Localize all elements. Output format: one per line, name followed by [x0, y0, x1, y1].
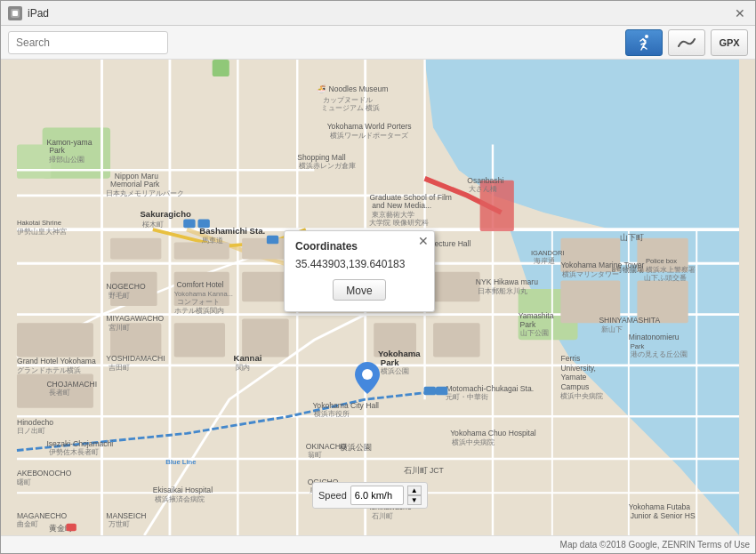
svg-text:横浜市役所: 横浜市役所 — [314, 410, 350, 418]
status-text: Map data ©2018 Google, ZENRIN Terms of U… — [560, 540, 750, 550]
search-input[interactable] — [8, 31, 168, 54]
svg-text:元町・中華街: 元町・中華街 — [446, 393, 488, 401]
svg-text:ミュージアム 横浜: ミュージアム 横浜 — [321, 104, 380, 112]
window-title: iPad — [28, 7, 49, 20]
svg-text:MIYAGAWACHO: MIYAGAWACHO — [106, 314, 164, 323]
svg-rect-36 — [242, 318, 289, 357]
svg-text:掃部山公園: 掃部山公園 — [49, 156, 84, 164]
map-container[interactable]: Kamon-yama Park 掃部山公園 Nippon Maru Memori… — [1, 60, 755, 535]
svg-rect-156 — [66, 524, 76, 532]
svg-text:and New Media...: and New Media... — [372, 201, 431, 210]
svg-text:Yokohama Futaba: Yokohama Futaba — [629, 502, 691, 511]
svg-text:NYK Hikawa maru: NYK Hikawa maru — [476, 277, 538, 286]
title-bar-left: iPad — [8, 6, 49, 20]
svg-rect-27 — [110, 238, 161, 260]
svg-text:Blue Line: Blue Line — [165, 458, 196, 466]
svg-text:ホテル横浜関内: ホテル横浜関内 — [174, 307, 224, 315]
close-button[interactable]: ✕ — [732, 5, 748, 21]
svg-text:曲金町: 曲金町 — [17, 520, 38, 528]
popup-title: Coordinates — [295, 240, 423, 253]
svg-text:Osanbashi: Osanbashi — [467, 176, 503, 185]
speed-label: Speed — [318, 490, 347, 501]
svg-text:桜木町: 桜木町 — [142, 221, 164, 229]
svg-text:海岸通: 海岸通 — [534, 257, 555, 265]
svg-text:山下町: 山下町 — [620, 233, 644, 242]
svg-text:山下ふ頭交番: 山下ふ頭交番 — [644, 274, 687, 282]
chart-button[interactable] — [668, 29, 705, 56]
svg-text:YOSHIDAMACHI: YOSHIDAMACHI — [106, 354, 165, 363]
svg-text:長者町: 長者町 — [49, 389, 70, 397]
svg-text:University,: University, — [560, 364, 595, 373]
svg-rect-35 — [174, 323, 225, 357]
svg-text:伊勢佐木長者町: 伊勢佐木長者町 — [49, 448, 99, 456]
svg-text:新山下: 新山下 — [601, 325, 623, 333]
svg-text:Grand Hotel Yokohama: Grand Hotel Yokohama — [17, 357, 96, 365]
svg-text:カップヌードル: カップヌードル — [323, 96, 373, 104]
gpx-button[interactable]: GPX — [711, 29, 748, 56]
svg-text:港の見える丘公園: 港の見える丘公園 — [631, 350, 688, 358]
speed-input[interactable] — [350, 486, 404, 505]
svg-text:日本丸メモリアルパーク: 日本丸メモリアルパーク — [106, 189, 184, 197]
svg-text:翁町: 翁町 — [308, 451, 322, 459]
svg-rect-1 — [12, 11, 18, 16]
svg-text:Junior & Senior HS: Junior & Senior HS — [631, 511, 696, 520]
svg-text:Kannai: Kannai — [234, 353, 262, 363]
map-pin[interactable] — [355, 362, 380, 397]
svg-text:日ノ出町: 日ノ出町 — [17, 427, 45, 435]
svg-text:横浜中央病院: 横浜中央病院 — [560, 392, 603, 400]
speed-up-button[interactable]: ▲ — [407, 486, 422, 495]
svg-text:伊勢山皇大神宮: 伊勢山皇大神宮 — [17, 228, 67, 236]
svg-text:コンフォート: コンフォート — [177, 298, 220, 306]
status-bar: Map data ©2018 Google, ZENRIN Terms of U… — [1, 535, 755, 553]
svg-text:Ferris: Ferris — [560, 354, 580, 363]
svg-text:横浜中央病院: 横浜中央病院 — [452, 438, 495, 446]
svg-text:東京藝術大学: 東京藝術大学 — [372, 211, 414, 219]
svg-text:Yokohama Kanna...: Yokohama Kanna... — [174, 290, 233, 298]
svg-text:Kamon-yama: Kamon-yama — [46, 138, 92, 147]
svg-text:Park: Park — [49, 146, 65, 155]
svg-text:Minatonomieru: Minatonomieru — [629, 333, 680, 341]
svg-text:Isezaki-Chojamachi: Isezaki-Chojamachi — [46, 439, 113, 448]
svg-text:横浜赤レンガ倉庫: 横浜赤レンガ倉庫 — [299, 162, 356, 170]
svg-text:馬車道: 馬車道 — [201, 237, 223, 245]
svg-text:Yamashita: Yamashita — [519, 311, 554, 320]
toolbar: GPX — [1, 26, 755, 60]
app-window: iPad ✕ GPX — [0, 0, 756, 554]
svg-rect-38 — [433, 272, 480, 301]
svg-text:大さん橋: 大さん橋 — [469, 185, 497, 193]
svg-text:MANSEICH: MANSEICH — [106, 511, 146, 520]
svg-text:横浜公園: 横浜公園 — [340, 443, 372, 452]
svg-text:山下公園: 山下公園 — [520, 329, 549, 337]
svg-text:石川町: 石川町 — [372, 512, 393, 520]
svg-text:横浜ワールドポーターズ: 横浜ワールドポーターズ — [330, 132, 409, 140]
svg-text:8号物揚場: 8号物揚場 — [612, 266, 644, 274]
svg-text:吉田町: 吉田町 — [109, 364, 130, 372]
svg-text:Shopping Mall: Shopping Mall — [297, 153, 345, 162]
svg-text:CHOJAMACHI: CHOJAMACHI — [46, 380, 97, 389]
svg-text:Comfort Hotel: Comfort Hotel — [177, 280, 224, 289]
svg-text:SHINYAMASHITA: SHINYAMASHITA — [599, 316, 660, 325]
svg-text:MAGANECHO: MAGANECHO — [17, 511, 68, 520]
svg-text:曙町: 曙町 — [17, 478, 31, 486]
svg-text:宮川町: 宮川町 — [109, 324, 130, 332]
svg-rect-40 — [433, 323, 480, 357]
svg-rect-29 — [242, 238, 289, 260]
speed-down-button[interactable]: ▼ — [407, 495, 422, 505]
svg-text:グランドホテル横浜: グランドホテル横浜 — [17, 366, 81, 374]
svg-text:大学院 映像研究科: 大学院 映像研究科 — [369, 219, 428, 227]
svg-text:Yamate: Yamate — [560, 373, 586, 381]
svg-text:Park: Park — [381, 357, 399, 367]
coordinate-popup: ✕ Coordinates 35.443903,139.640183 Move — [284, 230, 435, 312]
svg-text:Yokohama World Porters: Yokohama World Porters — [327, 122, 412, 131]
svg-text:IGANDORI: IGANDORI — [531, 249, 565, 257]
run-button[interactable] — [625, 29, 663, 56]
svg-text:日本郵船氷川丸: 日本郵船氷川丸 — [478, 287, 527, 295]
svg-point-2 — [645, 35, 648, 38]
svg-rect-33 — [242, 272, 289, 301]
svg-text:Police box: Police box — [646, 257, 677, 265]
popup-close-button[interactable]: ✕ — [418, 235, 429, 247]
svg-text:横浜掖済会病院: 横浜掖済会病院 — [155, 495, 205, 503]
move-button[interactable]: Move — [333, 279, 386, 301]
svg-text:Memorial Park: Memorial Park — [110, 180, 160, 189]
svg-text:万世町: 万世町 — [109, 520, 130, 528]
